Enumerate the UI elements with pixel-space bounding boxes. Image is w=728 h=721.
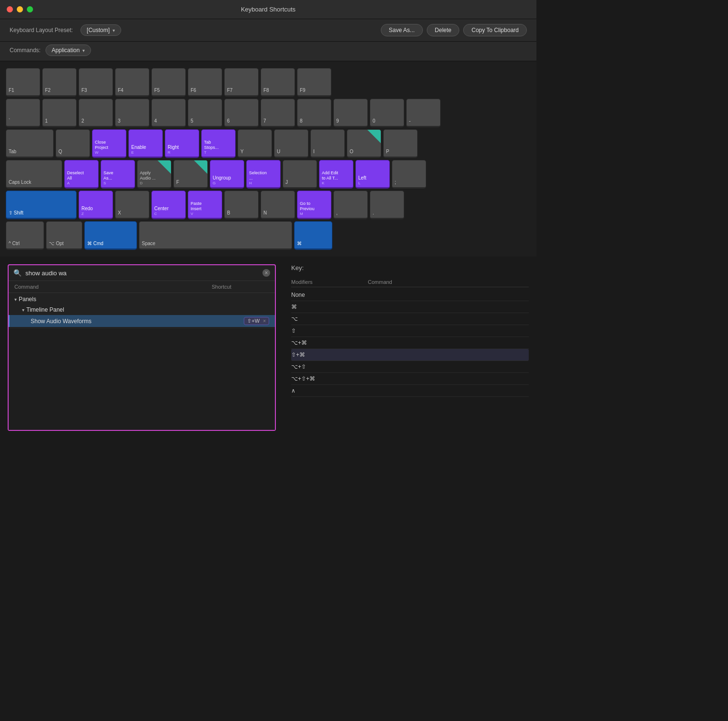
shortcut-symbol: ⇧+W [247,318,260,324]
key-period[interactable]: . [370,191,404,219]
command-column-header: Command [368,279,529,285]
key-f4[interactable]: F4 [115,68,149,97]
key-row-function: F1 F2 F3 F4 F5 F6 F7 F8 F9 [6,68,531,97]
command-label: Show Audio Waveforms [31,318,244,325]
section-panels: ▾ Panels [9,294,275,304]
commands-dropdown[interactable]: Application ▾ [46,45,91,56]
modifiers-column-header: Modifiers [291,279,368,285]
modifier-row-ctrl: ∧ [291,385,529,397]
column-command-header: Command [14,284,212,290]
key-b[interactable]: B [224,191,259,219]
key-cmd-right[interactable]: ⌘ [294,221,332,250]
key-h[interactable]: Selection... H [246,160,281,189]
delete-button[interactable]: Delete [427,24,460,36]
window-controls[interactable] [7,6,33,12]
key-minus[interactable]: - [406,99,441,127]
key-7[interactable]: 7 [261,99,295,127]
key-u[interactable]: U [274,129,308,158]
key-l[interactable]: Left L [355,160,390,189]
preset-dropdown-arrow: ▾ [113,28,115,33]
key-1[interactable]: 1 [42,99,77,127]
key-6[interactable]: 6 [224,99,259,127]
key-i[interactable]: I [310,129,345,158]
key-s[interactable]: SaveAs... S [101,160,135,189]
key-f5[interactable]: F5 [151,68,186,97]
subsection-label: Timeline Panel [26,306,269,313]
key-r[interactable]: Right R [165,129,199,158]
key-j[interactable]: J [283,160,317,189]
key-q[interactable]: Q [56,129,90,158]
maximize-button[interactable] [27,6,33,12]
search-icon: 🔍 [13,269,22,277]
key-tab[interactable]: Tab [6,129,54,158]
key-w[interactable]: CloseProject W [92,129,126,158]
key-m[interactable]: Go toPreviou M [297,191,331,219]
preset-dropdown[interactable]: [Custom] ▾ [80,24,121,36]
key-x[interactable]: X [115,191,149,219]
search-empty-area [9,329,275,430]
key-f8[interactable]: F8 [261,68,295,97]
key-space[interactable]: Space [139,221,292,250]
key-comma[interactable]: , [333,191,368,219]
key-row-numbers: ` 1 2 3 4 5 6 7 8 9 0 - [6,99,531,127]
key-caps-lock[interactable]: Caps Lock [6,160,62,189]
key-f1[interactable]: F1 [6,68,40,97]
search-input-row: 🔍 × [9,265,275,281]
key-4[interactable]: 4 [151,99,186,127]
key-f7[interactable]: F7 [224,68,259,97]
key-semicolon[interactable]: ; [392,160,426,189]
key-cmd-left[interactable]: ⌘ Cmd [84,221,137,250]
section-label: Panels [19,296,269,303]
key-f9[interactable]: F9 [297,68,331,97]
modifier-row-opt-shift-cmd: ⌥+⇧+⌘ [291,373,529,385]
save-as-button[interactable]: Save As... [381,24,423,36]
key-f3[interactable]: F3 [79,68,113,97]
search-input[interactable] [25,270,259,277]
close-button[interactable] [7,6,13,12]
key-a[interactable]: DeselectAll A [64,160,99,189]
key-section-label: Key: [291,264,529,271]
shortcut-badge: ⇧+W × [244,317,269,325]
key-2[interactable]: 2 [79,99,113,127]
shortcut-remove-button[interactable]: × [263,318,266,324]
search-clear-button[interactable]: × [262,269,270,277]
key-v[interactable]: PasteInsert V [188,191,222,219]
keyboard-area: F1 F2 F3 F4 F5 F6 F7 F8 F9 ` 1 2 3 4 5 6… [0,61,536,257]
key-opt[interactable]: ⌥ Opt [46,221,82,250]
commands-dropdown-arrow: ▾ [82,48,85,53]
chevron-down-icon: ▾ [22,307,24,313]
key-8[interactable]: 8 [297,99,331,127]
right-panel: Key: Modifiers Command None ⌘ ⌥ ⇧ [284,257,536,439]
subsection-timeline: ▾ Timeline Panel [9,304,275,315]
command-show-audio-waveforms[interactable]: Show Audio Waveforms ⇧+W × [9,315,275,327]
key-c[interactable]: Center C [151,191,186,219]
modifiers-header: Modifiers Command [291,277,529,287]
key-0[interactable]: 0 [370,99,404,127]
key-f[interactable]: F [173,160,208,189]
key-backtick[interactable]: ` [6,99,40,127]
key-ctrl[interactable]: ^ Ctrl [6,221,44,250]
key-o[interactable]: O [347,129,381,158]
minimize-button[interactable] [17,6,23,12]
key-t[interactable]: TabStops... T [201,129,236,158]
key-5[interactable]: 5 [188,99,222,127]
key-e[interactable]: Enable E [128,129,163,158]
key-n[interactable]: N [261,191,295,219]
key-f6[interactable]: F6 [188,68,222,97]
copy-clipboard-button[interactable]: Copy To Clipboard [463,24,527,36]
search-panel: 🔍 × Command Shortcut ▾ Panels ▾ Timeline… [8,264,276,431]
key-9[interactable]: 9 [333,99,368,127]
key-p[interactable]: P [383,129,418,158]
modifier-row-shift: ⇧ [291,325,529,337]
key-row-zxcv: ⇧ Shift Redo Z X Center C PasteInsert V … [6,191,531,219]
key-d[interactable]: ApplyAudio ... D [137,160,171,189]
key-g[interactable]: Ungroup G [210,160,244,189]
top-action-buttons: Save As... Delete Copy To Clipboard [381,24,527,36]
key-y[interactable]: Y [238,129,272,158]
key-shift-left[interactable]: ⇧ Shift [6,191,77,219]
key-f2[interactable]: F2 [42,68,77,97]
key-3[interactable]: 3 [115,99,149,127]
key-k[interactable]: Add Editto All T... K [319,160,353,189]
key-z[interactable]: Redo Z [79,191,113,219]
bottom-panel: 🔍 × Command Shortcut ▾ Panels ▾ Timeline… [0,257,536,439]
